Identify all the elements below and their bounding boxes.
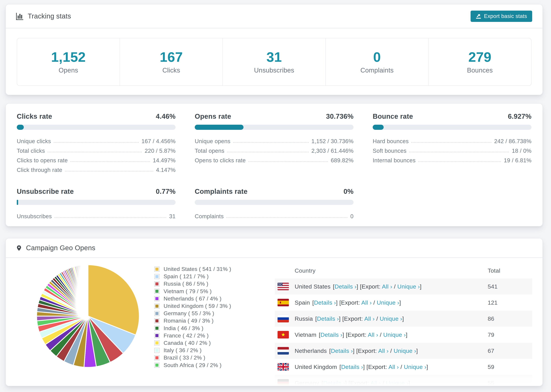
rate-block-complaints-rate: Complaints rate 0% Complaints 0 xyxy=(195,188,353,220)
legend-label: Germany ( 55 / 3% ) xyxy=(164,310,214,317)
rates-grid: Clicks rate 4.46% Unique clicks 167 / 4.… xyxy=(6,104,543,220)
tracking-stats-title: Tracking stats xyxy=(28,12,71,20)
legend-label: Romania ( 49 / 3% ) xyxy=(164,318,213,324)
rate-row-value: 14.497% xyxy=(153,157,176,164)
legend-swatch xyxy=(154,296,160,301)
export-unique-link[interactable]: Unique › xyxy=(386,380,409,386)
export-unique-link[interactable]: Unique › xyxy=(377,299,399,306)
rate-row: Click through rate 4.147% xyxy=(17,164,176,173)
legend-item-ru: Russia ( 86 / 5% ) xyxy=(154,280,231,287)
dotted-leader xyxy=(411,142,491,143)
rate-row: Hard bounces 242 / 86.738% xyxy=(373,135,531,145)
details-link[interactable]: Details › xyxy=(335,283,356,290)
country-row-gb: United Kingdom [Details ›] [Export: All … xyxy=(275,359,532,375)
details-link[interactable]: Details › xyxy=(341,364,363,370)
dotted-leader xyxy=(54,142,139,143)
details-link[interactable]: Details › xyxy=(320,331,342,338)
pie-slice-59 xyxy=(87,265,88,316)
export-all-link[interactable]: All › xyxy=(378,348,389,354)
stat-label: Complaints xyxy=(360,67,394,74)
country-name: United Kingdom xyxy=(295,364,337,370)
details-link[interactable]: Details › xyxy=(323,380,345,386)
country-name: Germany xyxy=(295,380,319,386)
legend-swatch xyxy=(154,281,160,287)
table-header-country: Country xyxy=(278,267,488,274)
export-basic-stats-button[interactable]: Export basic stats xyxy=(471,11,532,22)
rate-row-label: Click through rate xyxy=(17,167,62,173)
rate-row-value: 31 xyxy=(169,213,176,220)
country-cell: Russia [Details ›] [Export: All › / Uniq… xyxy=(278,315,488,322)
stat-value: 0 xyxy=(373,50,381,64)
tracking-stats-page: Tracking stats Export basic stats 1,152 … xyxy=(0,0,551,392)
export-all-link[interactable]: All › xyxy=(382,283,392,290)
details-link[interactable]: Details › xyxy=(331,348,353,354)
rate-block-bounce-rate: Bounce rate 6.927% Hard bounces 242 / 86… xyxy=(373,112,531,173)
rate-row: Total clicks 220 / 5.87% xyxy=(17,145,176,154)
rate-percent: 30.736% xyxy=(326,112,353,120)
stat-cell-bounces: 279 Bounces xyxy=(428,38,531,85)
details-link[interactable]: Details › xyxy=(317,315,339,322)
flag-icon-us xyxy=(278,283,289,290)
export-unique-link[interactable]: Unique › xyxy=(394,348,416,354)
legend-swatch xyxy=(154,311,160,316)
country-cell: Germany [Details ›] [Export: All › / Uni… xyxy=(278,379,488,386)
rate-row-value: 19 / 6.81% xyxy=(504,157,531,164)
dotted-leader xyxy=(65,171,153,172)
card-rates: Clicks rate 4.46% Unique clicks 167 / 4.… xyxy=(6,103,543,226)
rate-row-label: Hard bounces xyxy=(373,138,409,145)
stat-value: 31 xyxy=(266,50,282,64)
rate-head: Clicks rate 4.46% xyxy=(17,112,176,120)
legend-swatch xyxy=(154,363,160,368)
country-row-es: Spain [Details ›] [Export: All › / Uniqu… xyxy=(275,294,532,311)
rate-title: Clicks rate xyxy=(17,112,52,120)
rate-title: Opens rate xyxy=(195,112,231,120)
rate-row-label: Unique clicks xyxy=(17,138,51,145)
rate-percent: 0.77% xyxy=(156,188,176,195)
country-row-ru: Russia [Details ›] [Export: All › / Uniq… xyxy=(275,311,532,327)
rate-row-label: Soft bounces xyxy=(373,147,406,154)
rate-row-label: Unsubscribes xyxy=(17,213,52,220)
legend-label: India ( 46 / 3% ) xyxy=(164,325,204,331)
legend-item-br: Brazil ( 33 / 2% ) xyxy=(154,354,231,361)
export-all-link[interactable]: All › xyxy=(370,380,381,386)
export-unique-link[interactable]: Unique › xyxy=(404,364,426,370)
legend-item-ro: Romania ( 49 / 3% ) xyxy=(154,317,231,324)
legend-swatch xyxy=(154,289,160,294)
export-all-link[interactable]: All › xyxy=(364,315,375,322)
legend-label: Italy ( 36 / 2% ) xyxy=(164,347,202,354)
rate-rows: Complaints 0 xyxy=(195,210,353,220)
legend-label: Brazil ( 33 / 2% ) xyxy=(164,355,205,361)
export-all-link[interactable]: All › xyxy=(389,364,399,370)
export-unique-link[interactable]: Unique › xyxy=(383,331,406,338)
rate-rows: Hard bounces 242 / 86.738% Soft bounces … xyxy=(373,135,531,164)
legend-item-in: India ( 46 / 3% ) xyxy=(154,325,231,332)
rate-block-unsubscribe-rate: Unsubscribe rate 0.77% Unsubscribes 31 xyxy=(17,188,176,220)
export-all-link[interactable]: All › xyxy=(368,331,378,338)
legend-item-gb: United Kingdom ( 59 / 3% ) xyxy=(154,302,231,310)
export-basic-stats-label: Export basic stats xyxy=(484,13,527,19)
legend-label: France ( 42 / 2% ) xyxy=(164,332,209,339)
rate-row-value: 167 / 4.456% xyxy=(141,138,176,145)
geo-table: Country Total United States [Details ›] … xyxy=(275,263,532,386)
rate-row-label: Clicks to opens rate xyxy=(17,157,68,164)
legend-item-vn: Vietnam ( 79 / 5% ) xyxy=(154,288,231,295)
dotted-leader xyxy=(226,217,347,218)
stat-cell-clicks: 167 Clicks xyxy=(120,38,222,85)
rate-rows: Unique opens 1,152 / 30.736% Total opens… xyxy=(195,135,353,164)
export-unique-link[interactable]: Unique › xyxy=(380,315,402,322)
stat-value: 167 xyxy=(160,50,183,64)
progress-bar xyxy=(17,125,176,130)
flag-icon-vn xyxy=(278,331,289,338)
export-unique-link[interactable]: Unique › xyxy=(397,283,420,290)
rate-row-label: Complaints xyxy=(195,213,224,220)
rate-title: Bounce rate xyxy=(373,112,413,120)
rate-row: Opens to clicks rate 689.82% xyxy=(195,154,353,164)
legend-label: Spain ( 121 / 7% ) xyxy=(164,273,209,280)
rate-title: Unsubscribe rate xyxy=(17,188,74,195)
details-link[interactable]: Details › xyxy=(314,299,336,306)
stat-label: Clicks xyxy=(162,67,180,74)
stat-label: Bounces xyxy=(467,67,493,74)
rate-rows: Unique clicks 167 / 4.456% Total clicks … xyxy=(17,135,176,173)
stat-cell-complaints: 0 Complaints xyxy=(325,38,428,85)
export-all-link[interactable]: All › xyxy=(361,299,372,306)
